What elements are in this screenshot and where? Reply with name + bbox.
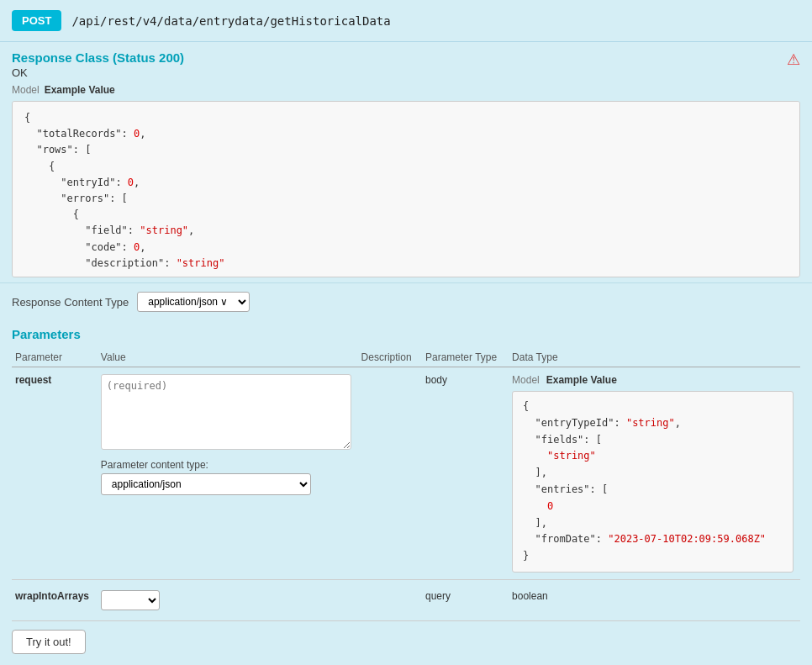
request-value-textarea[interactable]: [101, 374, 351, 450]
content-type-row: Response Content Type application/json ∨: [0, 282, 812, 320]
dt-line-3: "fields": [: [523, 432, 783, 449]
dt-line-9: "fromDate": "2023-07-10T02:09:59.068Z": [523, 531, 783, 548]
code-line-7: {: [24, 207, 788, 223]
content-type-select[interactable]: application/json ∨: [137, 292, 250, 312]
page-wrapper: POST /api/rest/v4/data/entrydata/getHist…: [0, 0, 812, 665]
alert-icon: ⚠: [787, 50, 800, 69]
wrap-type-value: query: [425, 590, 451, 602]
param-type-cell: body: [422, 367, 509, 580]
dt-line-4: "string": [523, 448, 783, 465]
code-line-4: {: [24, 159, 788, 175]
wrap-type-cell: query: [422, 579, 509, 620]
col-header-value: Value: [98, 348, 358, 367]
wrap-param-name: wrapIntoArrays: [15, 590, 89, 602]
content-type-label: Response Content Type: [12, 296, 129, 309]
param-name: request: [15, 374, 51, 386]
data-type-model-tabs: Model Example Value: [512, 374, 794, 386]
code-line-2: "totalRecords": 0,: [24, 126, 788, 142]
dt-line-7: 0: [523, 499, 783, 515]
dt-line-5: ],: [523, 465, 783, 482]
param-description-cell: [358, 367, 422, 580]
dt-line-10: }: [523, 548, 783, 565]
col-header-description: Description: [358, 348, 422, 367]
response-class-title: Response Class (Status 200): [12, 50, 800, 65]
parameters-section: Parameters Parameter Value Description P…: [0, 320, 812, 621]
code-line-6: "errors": [: [24, 191, 788, 207]
model-tabs: Model Example Value: [12, 84, 800, 96]
response-status-text: OK: [12, 66, 800, 79]
example-value-tab[interactable]: Example Value: [45, 84, 115, 96]
parameters-title: Parameters: [12, 327, 800, 341]
data-type-code-block: { "entryTypeId": "string", "fields": [ "…: [512, 391, 794, 573]
model-label: Model: [12, 84, 40, 96]
code-line-10: "description": "string": [24, 256, 788, 272]
dt-line-6: "entries": [: [523, 482, 783, 499]
wrap-description-cell: [358, 579, 422, 620]
wrap-into-arrays-select[interactable]: true false: [101, 590, 160, 610]
param-type-value: body: [425, 374, 447, 386]
param-content-type-label: Parameter content type:: [101, 459, 351, 471]
param-value-cell: Parameter content type: application/json: [98, 367, 358, 580]
param-content-type-select[interactable]: application/json: [101, 473, 311, 495]
try-it-out-button[interactable]: Try it out!: [12, 630, 86, 654]
wrap-data-type-value: boolean: [512, 590, 548, 602]
response-class-section: Response Class (Status 200) OK ⚠ Model E…: [0, 42, 812, 282]
wrap-param-name-cell: wrapIntoArrays: [12, 579, 98, 620]
code-line-8: "field": "string",: [24, 223, 788, 239]
parameters-table: Parameter Value Description Parameter Ty…: [12, 348, 800, 621]
code-line-9: "code": 0,: [24, 240, 788, 256]
dt-line-8: ],: [523, 515, 783, 532]
col-header-parameter-type: Parameter Type: [422, 348, 509, 367]
response-code-block: { "totalRecords": 0, "rows": [ { "entryI…: [12, 101, 800, 277]
table-row: request Parameter content type: applicat…: [12, 367, 800, 580]
wrap-data-type-cell: boolean: [509, 579, 800, 620]
data-type-cell: Model Example Value { "entryTypeId": "st…: [509, 367, 800, 580]
data-type-example-tab[interactable]: Example Value: [546, 374, 617, 386]
wrap-param-value-cell: true false: [98, 579, 358, 620]
col-header-parameter: Parameter: [12, 348, 98, 367]
code-line-5: "entryId": 0,: [24, 175, 788, 191]
col-header-data-type: Data Type: [509, 348, 800, 367]
endpoint-header: POST /api/rest/v4/data/entrydata/getHist…: [0, 0, 812, 42]
table-header-row: Parameter Value Description Parameter Ty…: [12, 348, 800, 367]
dt-line-1: {: [523, 398, 783, 415]
param-name-cell: request: [12, 367, 98, 580]
table-row: wrapIntoArrays true false query: [12, 579, 800, 620]
method-badge: POST: [12, 10, 61, 31]
code-line-3: "rows": [: [24, 142, 788, 158]
endpoint-path: /api/rest/v4/data/entrydata/getHistorica…: [71, 14, 390, 28]
try-it-row: Try it out!: [0, 621, 812, 665]
code-line-1: {: [24, 110, 788, 126]
dt-line-2: "entryTypeId": "string",: [523, 415, 783, 432]
data-type-model-label: Model: [512, 374, 540, 386]
